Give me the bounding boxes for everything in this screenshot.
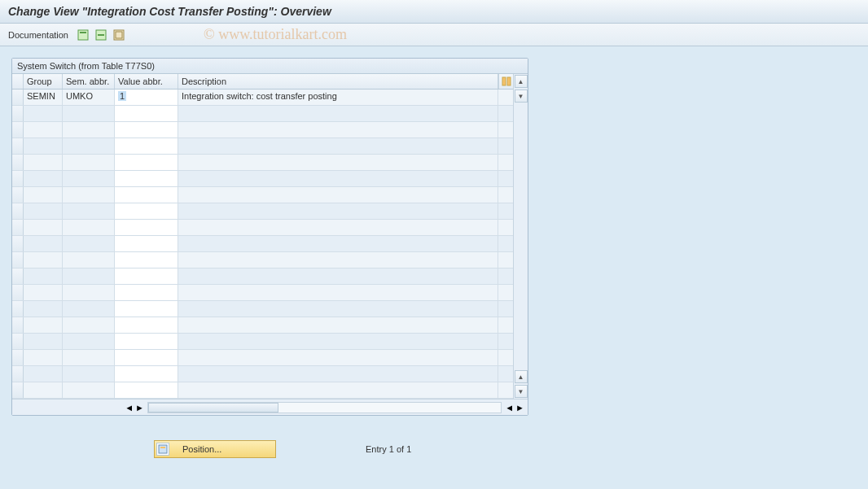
cell-description: Integration switch: cost transfer postin… <box>178 90 498 105</box>
toolbar: Documentation <box>0 24 868 46</box>
cell-description <box>178 171 498 186</box>
scroll-left-icon[interactable]: ◄ <box>125 403 134 413</box>
table-config-icon[interactable] <box>498 74 513 89</box>
row-selector[interactable] <box>12 90 24 105</box>
table-body: SEMINUMKO1Integration switch: cost trans… <box>12 90 513 399</box>
cell-value-abbr[interactable] <box>115 301 178 317</box>
table-row[interactable] <box>12 187 513 203</box>
table-row[interactable] <box>12 334 513 350</box>
position-button-label: Position... <box>182 444 221 454</box>
row-selector[interactable] <box>12 236 24 251</box>
cell-value-abbr[interactable] <box>115 106 178 121</box>
scroll-up-bottom-icon[interactable]: ▲ <box>515 370 528 383</box>
cell-value-abbr[interactable] <box>115 236 178 251</box>
toolbar-icon-3[interactable] <box>112 28 125 41</box>
row-selector[interactable] <box>12 138 24 154</box>
cell-value-abbr[interactable] <box>115 122 178 138</box>
table-row[interactable] <box>12 106 513 122</box>
cell-sem-abbr <box>63 252 115 268</box>
column-header-sem-abbr[interactable]: Sem. abbr. <box>63 74 115 89</box>
cell-pad <box>498 171 513 186</box>
scroll-left-end-icon[interactable]: ◄ <box>505 403 514 413</box>
table-row[interactable] <box>12 122 513 138</box>
cell-pad <box>498 155 513 170</box>
cell-value-abbr[interactable] <box>115 366 178 382</box>
table-row[interactable] <box>12 382 513 399</box>
column-header-value-abbr[interactable]: Value abbr. <box>115 74 178 89</box>
cell-group <box>24 269 63 284</box>
scroll-down-bottom-icon[interactable]: ▼ <box>515 385 528 398</box>
panel-header: System Switch (from Table T77S0) <box>12 59 528 74</box>
row-selector[interactable] <box>12 301 24 317</box>
table-row[interactable] <box>12 285 513 301</box>
documentation-button[interactable]: Documentation <box>8 30 68 40</box>
scroll-right-icon[interactable]: ► <box>135 403 144 413</box>
cell-description <box>178 317 498 333</box>
table-row[interactable] <box>12 171 513 187</box>
row-selector[interactable] <box>12 122 24 138</box>
row-selector[interactable] <box>12 252 24 268</box>
table-row[interactable] <box>12 155 513 171</box>
cell-description <box>178 382 498 398</box>
svg-rect-1 <box>80 32 86 33</box>
cell-pad <box>498 252 513 268</box>
column-header-group[interactable]: Group <box>24 74 63 89</box>
hscroll-thumb[interactable] <box>148 403 278 413</box>
table-row[interactable] <box>12 236 513 252</box>
table-row[interactable] <box>12 203 513 220</box>
row-selector[interactable] <box>12 220 24 235</box>
cell-value-abbr[interactable] <box>115 334 178 349</box>
table-row[interactable] <box>12 138 513 155</box>
row-selector-header[interactable] <box>12 74 24 89</box>
cell-value-abbr[interactable] <box>115 382 178 398</box>
table-row[interactable] <box>12 269 513 285</box>
vertical-scrollbar[interactable]: ▲ ▼ ▲ ▼ <box>513 74 528 399</box>
row-selector[interactable] <box>12 350 24 365</box>
row-selector[interactable] <box>12 106 24 121</box>
cell-description <box>178 301 498 317</box>
cell-value-abbr[interactable] <box>115 155 178 170</box>
cell-description <box>178 138 498 154</box>
position-button[interactable]: Position... <box>154 440 276 458</box>
row-selector[interactable] <box>12 382 24 398</box>
cell-value-abbr[interactable] <box>115 317 178 333</box>
cell-group <box>24 317 63 333</box>
cell-description <box>178 285 498 300</box>
row-selector[interactable] <box>12 203 24 219</box>
row-selector[interactable] <box>12 171 24 186</box>
cell-value-abbr[interactable] <box>115 220 178 235</box>
row-selector[interactable] <box>12 269 24 284</box>
toolbar-icon-1[interactable] <box>77 28 90 41</box>
table-row[interactable] <box>12 366 513 382</box>
cell-value-abbr[interactable] <box>115 187 178 203</box>
column-header-description[interactable]: Description <box>178 74 498 89</box>
table-row[interactable] <box>12 301 513 317</box>
horizontal-scrollbar[interactable]: ◄ ► ◄ ► <box>12 399 528 415</box>
table-row[interactable] <box>12 317 513 334</box>
cell-value-abbr[interactable] <box>115 252 178 268</box>
table-row[interactable]: SEMINUMKO1Integration switch: cost trans… <box>12 90 513 106</box>
position-icon <box>156 443 169 456</box>
cell-pad <box>498 350 513 365</box>
hscroll-track[interactable] <box>147 402 502 413</box>
cell-value-abbr[interactable] <box>115 285 178 300</box>
row-selector[interactable] <box>12 334 24 349</box>
table-row[interactable] <box>12 220 513 236</box>
scroll-up-icon[interactable]: ▲ <box>515 75 528 88</box>
cell-value-abbr[interactable] <box>115 269 178 284</box>
toolbar-icon-2[interactable] <box>94 28 107 41</box>
cell-value-abbr[interactable] <box>115 350 178 365</box>
row-selector[interactable] <box>12 155 24 170</box>
cell-value-abbr[interactable] <box>115 138 178 154</box>
row-selector[interactable] <box>12 366 24 382</box>
scroll-right-end-icon[interactable]: ► <box>515 403 524 413</box>
cell-value-abbr[interactable] <box>115 203 178 219</box>
table-row[interactable] <box>12 350 513 366</box>
row-selector[interactable] <box>12 317 24 333</box>
row-selector[interactable] <box>12 285 24 300</box>
cell-value-abbr[interactable]: 1 <box>115 90 178 105</box>
scroll-down-icon[interactable]: ▼ <box>515 90 528 103</box>
table-row[interactable] <box>12 252 513 269</box>
cell-value-abbr[interactable] <box>115 171 178 186</box>
row-selector[interactable] <box>12 187 24 203</box>
